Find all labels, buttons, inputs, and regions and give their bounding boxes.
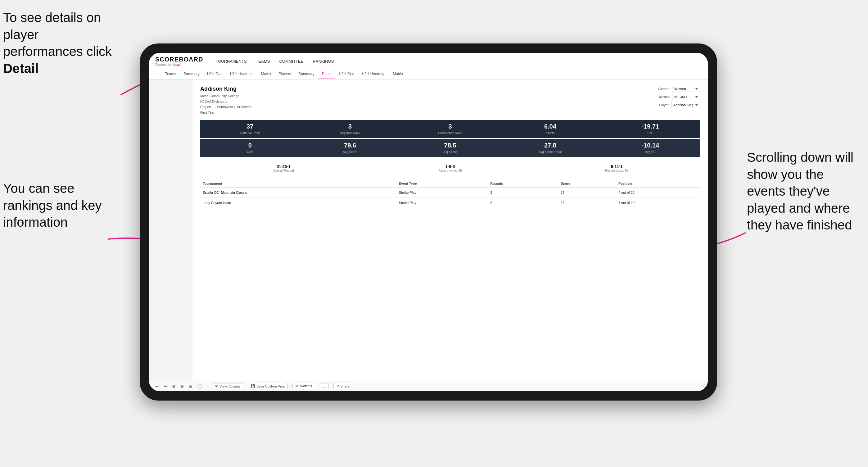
col-position: Position — [616, 180, 700, 188]
stat-wins: 0 Wins — [200, 139, 300, 157]
subnav-h2h-heatmap[interactable]: H2H Heatmap — [226, 69, 257, 79]
stat-avg-sg: -10.14 Avg SG — [601, 139, 700, 157]
brand-sub-highlight: clippd — [173, 63, 181, 66]
stat-sos-label: SoS — [603, 131, 698, 135]
table-row: Lady Coyote Invite Stroke Play 2 16 7 ou… — [200, 198, 700, 208]
subnav-matrix[interactable]: Matrix — [257, 69, 275, 79]
tournament-table: Tournament Event Type Rounds Score Posit… — [200, 180, 700, 208]
filter-section: Gender Women Men Division NJCAA I — [652, 86, 700, 108]
filter-gender-row: Gender Women Men — [653, 86, 700, 92]
player-name: Addison King — [200, 86, 251, 92]
watch-icon: 👁 — [295, 384, 299, 388]
watch-button[interactable]: 👁 Watch ▾ — [292, 383, 315, 390]
subnav-teams[interactable]: Teams — [161, 69, 180, 79]
subnav-h2h-grid[interactable]: H2H Grid — [203, 69, 226, 79]
player-header: Addison King Mesa Community College NJCA… — [200, 86, 700, 115]
stat-sos: -19.71 SoS — [601, 120, 700, 138]
nav-rankings[interactable]: RANKINGS — [313, 58, 334, 64]
player-division: NJCAA Division 1 — [200, 100, 227, 103]
main-area: Addison King Mesa Community College NJCA… — [149, 80, 708, 381]
event-type-2: Stroke Play — [397, 198, 488, 208]
brand-title: SCOREBOARD — [155, 56, 203, 63]
zoom-icon[interactable]: ⊕ — [172, 384, 176, 389]
clock-icon[interactable]: 🕐 — [197, 384, 203, 389]
stat-avg-score-par-label: Avg Score to Par — [503, 150, 597, 154]
stat-regional-rank: 3 Regional Rank — [300, 120, 400, 138]
stat-avg-score: 79.6 Avg Score — [300, 139, 400, 157]
col-tournament: Tournament — [200, 180, 397, 188]
col-rounds: Rounds — [488, 180, 558, 188]
record-top50: 5-11-1 Record vs top 50 — [533, 164, 700, 172]
stat-regional-rank-label: Regional Rank — [303, 131, 397, 135]
brand-sub: Powered by clippd — [155, 63, 203, 66]
filter-player-label: Player — [652, 103, 669, 107]
tablet-screen: SCOREBOARD Powered by clippd TOURNAMENTS… — [149, 53, 708, 391]
filter-gender-label: Gender — [653, 87, 670, 91]
filter-division-label: Division — [653, 95, 670, 99]
subnav-summary2[interactable]: Summary — [294, 69, 318, 79]
view-icon: 👁 — [215, 384, 218, 388]
filter-division-select[interactable]: NJCAA I — [672, 94, 700, 100]
filter-player-row: Player Addison King — [652, 102, 700, 108]
redo-icon[interactable]: ↪ — [164, 384, 167, 389]
filter-gender-select[interactable]: Women Men — [672, 86, 700, 92]
nav-tournaments[interactable]: TOURNAMENTS — [215, 58, 247, 64]
stat-avg-score-par-value: 27.8 — [503, 142, 597, 149]
stat-points-value: 6.04 — [503, 123, 597, 130]
brand: SCOREBOARD Powered by clippd — [155, 56, 203, 66]
col-score: Score — [558, 180, 616, 188]
crop-icon[interactable]: ⊞ — [189, 384, 192, 389]
subnav-h2h-grid2[interactable]: H2H Grid — [335, 69, 358, 79]
tournament-name-1: Estella CC- Mountain Classic — [200, 188, 397, 198]
record-top50-label: Record vs top 50 — [533, 169, 700, 172]
col-event-type: Event Type — [397, 180, 488, 188]
table-row: Estella CC- Mountain Classic Stroke Play… — [200, 188, 700, 198]
player-year: First Year — [200, 111, 215, 114]
bottom-toolbar: ↩ ↪ ⊕ ⊖ ⊞ 🕐 👁 View: Original 💾 Save Cust… — [149, 381, 708, 391]
nav-teams[interactable]: TEAMS — [256, 58, 270, 64]
stat-sos-value: -19.71 — [603, 123, 698, 130]
annotation-top-left: To see details on player performances cl… — [3, 9, 121, 77]
record-overall-label: Overall Record — [200, 169, 367, 172]
record-row: 91-20-1 Overall Record 1-5-0 Record vs t… — [200, 162, 700, 175]
subnav-matrix2[interactable]: Matrix — [389, 69, 407, 79]
stat-conference-rank-value: 3 — [403, 123, 497, 130]
annotation-bottom-left: You can see rankings and key information — [3, 180, 105, 231]
position-2: 7 out of 20 — [616, 198, 700, 208]
zoom-out-icon[interactable]: ⊖ — [180, 384, 184, 389]
player-region: Region 1 - Southwest (18) District — [200, 105, 251, 109]
stats-row-1: 37 National Rank 3 Regional Rank 3 Confe… — [200, 120, 700, 138]
app-content: SCOREBOARD Powered by clippd TOURNAMENTS… — [149, 53, 708, 391]
share-button[interactable]: ↗ Share — [333, 383, 352, 390]
stat-avg-score-par: 27.8 Avg Score to Par — [500, 139, 600, 157]
stat-adj-score-label: Adj Score — [403, 150, 497, 154]
undo-icon[interactable]: ↩ — [155, 384, 159, 389]
subnav-players[interactable]: Players — [275, 69, 294, 79]
player-info: Addison King Mesa Community College NJCA… — [200, 86, 251, 115]
stat-conference-rank: 3 Conference Rank — [400, 120, 500, 138]
stat-avg-sg-value: -10.14 — [603, 142, 698, 149]
record-top25-value: 1-5-0 — [367, 164, 534, 169]
record-top25-label: Record vs top 25 — [367, 169, 534, 172]
filter-player-select[interactable]: Addison King — [671, 102, 700, 108]
view-original-button[interactable]: 👁 View: Original — [212, 383, 243, 390]
main-nav: TOURNAMENTS TEAMS COMMITTEE RANKINGS — [215, 58, 334, 64]
subnav-summary[interactable]: Summary — [180, 69, 203, 79]
stat-national-rank-label: National Rank — [203, 131, 297, 135]
filter-division-row: Division NJCAA I — [653, 94, 700, 100]
stat-wins-value: 0 — [203, 142, 297, 149]
rounds-1: 2 — [488, 188, 558, 198]
record-top25: 1-5-0 Record vs top 25 — [367, 164, 534, 172]
fullscreen-button[interactable]: ⛶ — [320, 383, 329, 390]
stat-national-rank-value: 37 — [203, 123, 297, 130]
tournament-name-2: Lady Coyote Invite — [200, 198, 397, 208]
record-overall: 91-20-1 Overall Record — [200, 164, 367, 172]
stat-avg-score-label: Avg Score — [303, 150, 397, 154]
nav-committee[interactable]: COMMITTEE — [279, 58, 303, 64]
stat-avg-sg-label: Avg SG — [603, 150, 698, 154]
stat-national-rank: 37 National Rank — [200, 120, 300, 138]
subnav-h2h-heatmap2[interactable]: H2H Heatmap — [358, 69, 389, 79]
stat-adj-score: 78.5 Adj Score — [400, 139, 500, 157]
save-custom-view-button[interactable]: 💾 Save Custom View — [248, 383, 288, 390]
subnav-detail[interactable]: Detail — [318, 69, 335, 79]
